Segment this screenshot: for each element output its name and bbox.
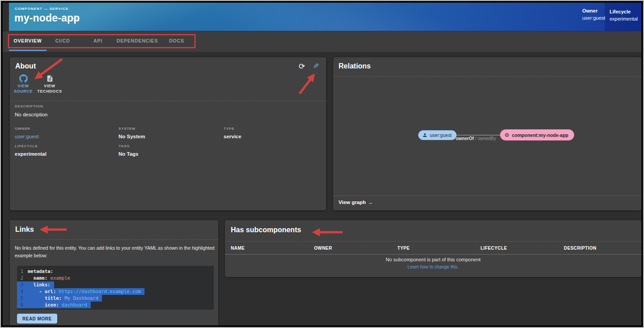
read-more-button[interactable]: READ MORE bbox=[17, 314, 57, 324]
owner-field-value-link[interactable]: user:guest bbox=[15, 134, 39, 139]
refresh-icon[interactable]: ⟳ bbox=[299, 63, 305, 70]
tags-field-label: TAGS bbox=[119, 144, 130, 148]
breadcrumb: COMPONENT — SERVICE bbox=[15, 7, 68, 11]
tab-api[interactable]: API bbox=[93, 38, 102, 43]
owner-field-label: OWNER bbox=[15, 127, 30, 131]
type-field-label: TYPE bbox=[224, 127, 234, 131]
lifecycle-label: Lifecycle bbox=[610, 9, 638, 14]
code-value: example bbox=[51, 275, 70, 281]
view-techdocs-label-line1: VIEW bbox=[36, 83, 63, 89]
owner-value: user:guest bbox=[582, 15, 605, 21]
favorite-star-icon[interactable]: ☆ bbox=[72, 14, 79, 24]
table-header-row: NAME OWNER TYPE LIFECYCLE DESCRIPTION bbox=[225, 242, 641, 255]
code-line: 4 - url: https://dashboard.example.com bbox=[17, 288, 144, 295]
lifecycle-value: experimental bbox=[610, 16, 638, 21]
edge-label-ownerof: ownerOf bbox=[456, 136, 474, 141]
code-key: - url: bbox=[28, 288, 59, 295]
code-value: https://dashboard.example.com bbox=[59, 288, 141, 295]
relation-node-user-label: user:guest bbox=[430, 132, 452, 138]
gear-icon: ⚙ bbox=[504, 132, 509, 138]
active-tab-underline bbox=[9, 50, 47, 51]
relation-edge bbox=[450, 135, 500, 136]
code-line: 2 name: example bbox=[17, 275, 74, 281]
view-source-label-line2: SOURCE bbox=[10, 89, 37, 94]
subcomponents-card: Has subcomponents NAME OWNER TYPE LIFECY… bbox=[225, 220, 641, 277]
code-value: dashboard bbox=[62, 302, 87, 308]
divider bbox=[10, 239, 218, 240]
type-field-value: service bbox=[224, 134, 242, 139]
lifecycle-field-label: LIFECYCLE bbox=[15, 144, 38, 148]
view-source-button[interactable]: VIEW SOURCE bbox=[10, 73, 37, 94]
line-number: 6 bbox=[17, 302, 28, 308]
lifecycle-field-value: experimental bbox=[15, 151, 47, 157]
entity-page: COMPONENT — SERVICE my-node-app ☆ Owner … bbox=[0, 0, 644, 328]
view-graph-label: View graph bbox=[339, 200, 366, 205]
divider bbox=[333, 76, 641, 77]
code-key: links: bbox=[28, 281, 51, 288]
edge-label-ownedby: ownedBy bbox=[478, 136, 496, 141]
divider bbox=[10, 101, 326, 101]
links-card: Links No links defined for this entity. … bbox=[10, 220, 218, 325]
links-empty-text: No links defined for this entity. You ca… bbox=[15, 244, 217, 260]
line-number: 2 bbox=[17, 275, 28, 281]
owner-label: Owner bbox=[582, 8, 605, 13]
relation-node-user[interactable]: user:guest bbox=[418, 130, 457, 140]
about-card-title: About bbox=[15, 62, 36, 70]
code-key: metadata: bbox=[28, 268, 53, 275]
view-techdocs-button[interactable]: VIEW TECHDOCS bbox=[36, 73, 63, 94]
tab-overview[interactable]: OVERVIEW bbox=[14, 38, 42, 43]
person-icon bbox=[422, 132, 428, 138]
view-graph-link[interactable]: View graph→ bbox=[339, 200, 373, 205]
page-title: my-node-app bbox=[14, 12, 80, 24]
code-line: 1metadata: bbox=[17, 268, 57, 275]
relations-card: Relations ownerOf / ownedBy user:guest ⚙… bbox=[333, 57, 641, 210]
yaml-code-block: 1metadata: 2 name: example 3 links: 4 - … bbox=[17, 266, 214, 310]
subcomponents-empty-text: No subcomponent is part of this componen… bbox=[225, 257, 641, 262]
tab-cicd[interactable]: CI/CD bbox=[55, 38, 70, 43]
page-header: COMPONENT — SERVICE my-node-app ☆ Owner … bbox=[9, 3, 641, 31]
column-header-lifecycle: LIFECYCLE bbox=[475, 246, 558, 251]
links-card-title: Links bbox=[15, 226, 34, 234]
line-number: 1 bbox=[17, 268, 28, 275]
code-key: name: bbox=[28, 275, 51, 281]
description-field-label: DESCRIPTION bbox=[15, 104, 43, 108]
code-line: 3 links: bbox=[17, 281, 54, 288]
tab-docs[interactable]: DOCS bbox=[169, 38, 184, 43]
column-header-owner: OWNER bbox=[308, 246, 391, 251]
header-lifecycle-block: Lifecycle experimental bbox=[610, 9, 638, 21]
edge-label-separator: / bbox=[474, 136, 478, 141]
tab-bar: OVERVIEW CI/CD API DEPENDENCIES DOCS bbox=[0, 31, 644, 52]
line-number: 3 bbox=[17, 281, 28, 288]
relation-node-component[interactable]: ⚙ component:my-node-app bbox=[500, 129, 574, 141]
code-key: icon: bbox=[28, 302, 62, 308]
about-card: About ⟳ ✎ VIEW SOURCE VIEW TECHDOCS DESC… bbox=[10, 57, 326, 210]
document-icon bbox=[36, 73, 63, 83]
view-source-label-line1: VIEW bbox=[10, 83, 37, 89]
learn-how-link[interactable]: Learn how to change this. bbox=[225, 264, 641, 269]
relation-node-component-label: component:my-node-app bbox=[512, 132, 568, 138]
code-line: 6 icon: dashboard bbox=[17, 302, 91, 308]
column-header-name: NAME bbox=[225, 246, 308, 251]
relations-card-title: Relations bbox=[339, 62, 371, 70]
system-field-value: No System bbox=[119, 134, 145, 139]
system-field-label: SYSTEM bbox=[119, 127, 136, 131]
view-techdocs-label-line2: TECHDOCS bbox=[36, 89, 63, 94]
tags-field-value: No Tags bbox=[119, 151, 139, 157]
header-owner-block: Owner user:guest bbox=[582, 8, 605, 21]
edit-pencil-icon[interactable]: ✎ bbox=[313, 63, 319, 70]
code-key: title: bbox=[28, 295, 64, 302]
subcomponents-card-title: Has subcomponents bbox=[231, 226, 301, 234]
line-number: 4 bbox=[17, 288, 28, 295]
divider bbox=[333, 196, 641, 196]
line-number: 5 bbox=[17, 295, 28, 302]
arrow-right-icon: → bbox=[368, 200, 373, 205]
code-line: 5 title: My Dashboard bbox=[17, 295, 102, 302]
description-field-value: No description bbox=[15, 112, 48, 117]
code-value: My Dashboard bbox=[64, 295, 98, 302]
column-header-type: TYPE bbox=[391, 246, 475, 251]
column-header-description: DESCRIPTION bbox=[558, 246, 641, 251]
tab-dependencies[interactable]: DEPENDENCIES bbox=[117, 38, 158, 43]
github-icon bbox=[10, 73, 37, 83]
